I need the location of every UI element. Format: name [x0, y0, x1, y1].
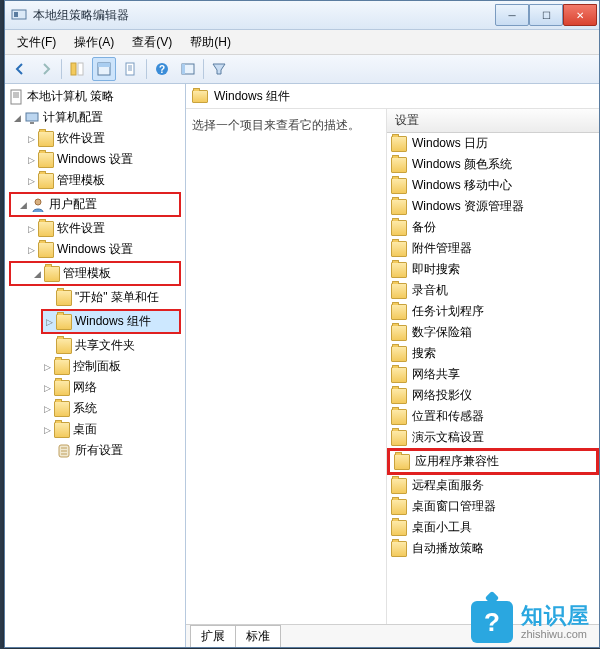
settings-list[interactable]: 设置 Windows 日历Windows 颜色系统Windows 移动中心Win… — [387, 109, 599, 624]
list-item[interactable]: 自动播放策略 — [387, 538, 599, 559]
menubar: 文件(F) 操作(A) 查看(V) 帮助(H) — [5, 30, 599, 55]
list-item[interactable]: 数字保险箱 — [387, 322, 599, 343]
tab-standard[interactable]: 标准 — [235, 625, 281, 647]
list-item[interactable]: 位置和传感器 — [387, 406, 599, 427]
svg-point-14 — [35, 199, 41, 205]
watermark-url: zhishiwu.com — [521, 628, 590, 640]
folder-icon — [391, 178, 407, 194]
collapse-icon[interactable]: ◢ — [17, 200, 29, 210]
maximize-button[interactable]: ☐ — [529, 4, 563, 26]
folder-icon — [391, 241, 407, 257]
expand-icon[interactable]: ▷ — [25, 176, 37, 186]
folder-icon — [56, 338, 72, 354]
list-item[interactable]: Windows 颜色系统 — [387, 154, 599, 175]
details-title: Windows 组件 — [214, 88, 290, 105]
list-item[interactable]: 桌面窗口管理器 — [387, 496, 599, 517]
tree-startmenu[interactable]: "开始" 菜单和任 — [5, 287, 185, 308]
tree-computer-config[interactable]: ◢ 计算机配置 — [5, 107, 185, 128]
list-item[interactable]: 桌面小工具 — [387, 517, 599, 538]
list-item[interactable]: 演示文稿设置 — [387, 427, 599, 448]
close-button[interactable]: ✕ — [563, 4, 597, 26]
folder-icon — [391, 283, 407, 299]
help-button[interactable]: ? — [151, 58, 173, 80]
list-item[interactable]: 网络投影仪 — [387, 385, 599, 406]
tree-label: "开始" 菜单和任 — [75, 289, 159, 306]
details-header: Windows 组件 — [186, 84, 599, 109]
tree-system[interactable]: ▷ 系统 — [5, 398, 185, 419]
expand-icon[interactable]: ▷ — [41, 362, 53, 372]
expand-icon[interactable]: ▷ — [43, 317, 55, 327]
folder-icon — [391, 499, 407, 515]
list-item[interactable]: 附件管理器 — [387, 238, 599, 259]
back-button[interactable] — [9, 58, 31, 80]
tree-label: 系统 — [73, 400, 97, 417]
description-text: 选择一个项目来查看它的描述。 — [192, 118, 360, 132]
list-item[interactable]: 录音机 — [387, 280, 599, 301]
list-item[interactable]: 搜索 — [387, 343, 599, 364]
tree-network[interactable]: ▷ 网络 — [5, 377, 185, 398]
tree-comp-win[interactable]: ▷ Windows 设置 — [5, 149, 185, 170]
menu-help[interactable]: 帮助(H) — [182, 32, 239, 53]
menu-view[interactable]: 查看(V) — [124, 32, 180, 53]
tree-desktop[interactable]: ▷ 桌面 — [5, 419, 185, 440]
tree-user-software[interactable]: ▷ 软件设置 — [5, 218, 185, 239]
watermark-brand: 知识屋 — [521, 604, 590, 628]
tree-label: 共享文件夹 — [75, 337, 135, 354]
list-item-label: 位置和传感器 — [412, 408, 484, 425]
list-item[interactable]: Windows 日历 — [387, 133, 599, 154]
expand-icon[interactable]: ▷ — [41, 425, 53, 435]
filter-button[interactable] — [208, 58, 230, 80]
collapse-icon[interactable]: ◢ — [31, 269, 43, 279]
tree-user-config[interactable]: ◢ 用户配置 — [11, 194, 179, 215]
collapse-icon[interactable]: ◢ — [11, 113, 23, 123]
show-hide-tree-button[interactable] — [66, 58, 88, 80]
folder-icon — [56, 290, 72, 306]
folder-icon — [391, 430, 407, 446]
tree-comp-software[interactable]: ▷ 软件设置 — [5, 128, 185, 149]
list-item[interactable]: 应用程序兼容性 — [387, 448, 599, 475]
tree-shared[interactable]: 共享文件夹 — [5, 335, 185, 356]
tree-cpl[interactable]: ▷ 控制面板 — [5, 356, 185, 377]
svg-rect-6 — [126, 63, 134, 75]
settings-column-header[interactable]: 设置 — [387, 109, 599, 133]
expand-icon[interactable]: ▷ — [25, 134, 37, 144]
list-item[interactable]: 远程桌面服务 — [387, 475, 599, 496]
list-item[interactable]: Windows 移动中心 — [387, 175, 599, 196]
highlight-admin-templates: ◢ 管理模板 — [9, 261, 181, 286]
folder-icon — [44, 266, 60, 282]
expand-icon[interactable]: ▷ — [41, 404, 53, 414]
expand-icon[interactable]: ▷ — [41, 383, 53, 393]
tree-label: 管理模板 — [57, 172, 105, 189]
options-button[interactable] — [177, 58, 199, 80]
list-item-label: 桌面窗口管理器 — [412, 498, 496, 515]
watermark-icon: ? — [471, 601, 513, 643]
minimize-button[interactable]: ─ — [495, 4, 529, 26]
doc-icon — [8, 89, 24, 105]
list-item[interactable]: 备份 — [387, 217, 599, 238]
expand-icon[interactable]: ▷ — [25, 155, 37, 165]
watermark: ? 知识屋 zhishiwu.com — [471, 601, 590, 643]
list-item[interactable]: 任务计划程序 — [387, 301, 599, 322]
expand-icon[interactable]: ▷ — [25, 245, 37, 255]
tree-pane[interactable]: 本地计算机 策略 ◢ 计算机配置 ▷ 软件设置 ▷ Windows 设置 ▷ 管… — [5, 84, 186, 647]
list-item[interactable]: Windows 资源管理器 — [387, 196, 599, 217]
list-item[interactable]: 网络共享 — [387, 364, 599, 385]
tree-win-components[interactable]: ▷ Windows 组件 — [43, 311, 179, 332]
show-hide-action-button[interactable] — [92, 57, 116, 81]
user-icon — [30, 197, 46, 213]
tree-user-win[interactable]: ▷ Windows 设置 — [5, 239, 185, 260]
export-button[interactable] — [120, 58, 142, 80]
folder-icon — [56, 314, 72, 330]
tree-user-admin[interactable]: ◢ 管理模板 — [11, 263, 179, 284]
tree-root[interactable]: 本地计算机 策略 — [5, 86, 185, 107]
forward-button[interactable] — [35, 58, 57, 80]
tab-extended[interactable]: 扩展 — [190, 625, 236, 647]
list-item[interactable]: 即时搜索 — [387, 259, 599, 280]
tree-comp-admin[interactable]: ▷ 管理模板 — [5, 170, 185, 191]
folder-icon — [391, 388, 407, 404]
menu-action[interactable]: 操作(A) — [66, 32, 122, 53]
tree-all-settings[interactable]: 所有设置 — [5, 440, 185, 461]
expand-icon[interactable]: ▷ — [25, 224, 37, 234]
computer-icon — [24, 110, 40, 126]
menu-file[interactable]: 文件(F) — [9, 32, 64, 53]
